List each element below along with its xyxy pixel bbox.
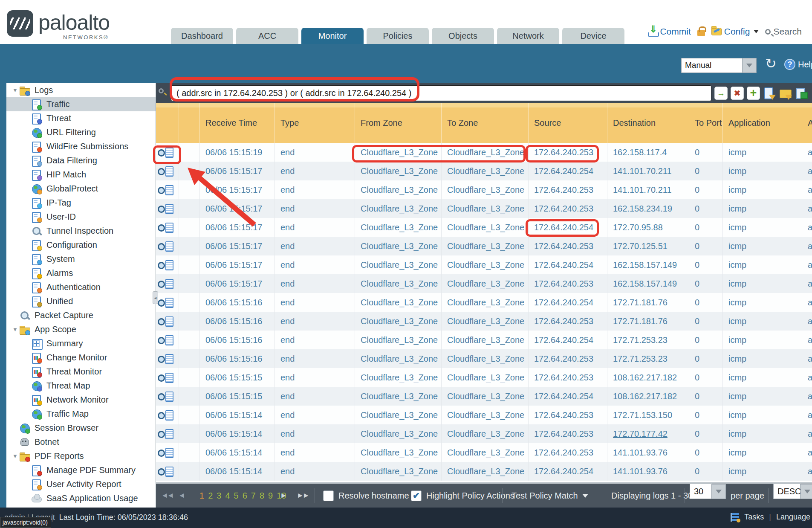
cell-from-zone[interactable]: Cloudflare_L3_Zone [355, 218, 442, 237]
cell-application[interactable]: icmp [723, 368, 802, 387]
cell-application[interactable]: icmp [723, 143, 802, 162]
page-9[interactable]: 9 [268, 491, 273, 501]
tab-policies[interactable]: Policies [367, 28, 429, 44]
cell-to-port[interactable]: 0 [689, 462, 723, 481]
sidebar-item-globalprotect[interactable]: GlobalProtect [6, 182, 156, 196]
cell-destination[interactable]: 141.101.93.76 [607, 443, 689, 462]
cell-from-zone[interactable]: Cloudflare_L3_Zone [355, 406, 442, 424]
cell-action[interactable]: allow [802, 406, 812, 424]
cell-from-zone[interactable]: Cloudflare_L3_Zone [355, 255, 442, 274]
sidebar-item-session-browser[interactable]: Session Browser [6, 421, 156, 435]
export-to-csv-icon[interactable] [795, 87, 809, 100]
cell-to-port[interactable]: 0 [689, 293, 723, 312]
column-header-to-port[interactable]: To Port [689, 103, 723, 143]
cell-type[interactable]: end [275, 218, 355, 237]
search-button[interactable]: Search [765, 26, 802, 37]
cell-to-port[interactable]: 0 [689, 387, 723, 406]
cell-to-zone[interactable]: Cloudflare_L3_Zone [442, 293, 529, 312]
log-filter-input[interactable] [171, 85, 711, 101]
cell-destination[interactable]: 172.70.125.51 [607, 237, 689, 255]
cell-receive-time[interactable]: 06/06 15:15:14 [200, 406, 275, 424]
cell-source[interactable]: 172.64.240.254 [529, 255, 607, 274]
cell-action[interactable]: allow [802, 180, 812, 199]
cell-from-zone[interactable]: Cloudflare_L3_Zone [355, 293, 442, 312]
cell-source[interactable]: 172.64.240.254 [529, 462, 607, 481]
cell-from-zone[interactable]: Cloudflare_L3_Zone [355, 180, 442, 199]
column-header-receive-time[interactable]: Receive Time [200, 103, 275, 143]
cell-type[interactable]: end [275, 368, 355, 387]
cell-application[interactable]: icmp [723, 331, 802, 349]
language-button[interactable]: Language [776, 513, 810, 522]
next-page-button[interactable]: ► [280, 491, 286, 500]
cell-receive-time[interactable]: 06/06 15:15:14 [200, 424, 275, 443]
sidebar-item-traffic-map[interactable]: Traffic Map [6, 407, 156, 421]
first-page-button[interactable]: ◄◄ [161, 491, 173, 500]
expand-collapse-icon[interactable]: ▼ [12, 453, 19, 459]
cell-action[interactable]: allow [802, 443, 812, 462]
cell-from-zone[interactable]: Cloudflare_L3_Zone [355, 462, 442, 481]
cell-destination[interactable]: 162.158.157.149 [607, 274, 689, 293]
cell-receive-time[interactable]: 06/06 15:15:17 [200, 199, 275, 218]
tab-device[interactable]: Device [562, 28, 624, 44]
cell-destination[interactable]: 172.71.153.150 [607, 406, 689, 424]
sidebar-item-packet-capture[interactable]: Packet Capture [6, 308, 156, 322]
cell-destination[interactable]: 172.70.177.42 [607, 424, 689, 443]
cell-source[interactable]: 172.64.240.253 [529, 199, 607, 218]
cell-application[interactable]: icmp [723, 180, 802, 199]
cell-to-zone[interactable]: Cloudflare_L3_Zone [442, 237, 529, 255]
cell-type[interactable]: end [275, 406, 355, 424]
sidebar-item-logs[interactable]: ▼Logs [6, 83, 156, 97]
cell-to-zone[interactable]: Cloudflare_L3_Zone [442, 368, 529, 387]
cell-destination[interactable]: 172.71.181.76 [607, 293, 689, 312]
column-header-select[interactable] [179, 103, 200, 143]
page-7[interactable]: 7 [251, 491, 256, 501]
cell-source[interactable]: 172.64.240.254 [529, 387, 607, 406]
cell-application[interactable]: icmp [723, 424, 802, 443]
cell-from-zone[interactable]: Cloudflare_L3_Zone [355, 237, 442, 255]
commit-button[interactable]: Commit [648, 26, 691, 37]
cell-type[interactable]: end [275, 237, 355, 255]
cell-to-zone[interactable]: Cloudflare_L3_Zone [442, 406, 529, 424]
tab-network[interactable]: Network [497, 28, 559, 44]
cell-receive-time[interactable]: 06/06 15:15:16 [200, 312, 275, 331]
cell-type[interactable]: end [275, 443, 355, 462]
cell-to-port[interactable]: 0 [689, 368, 723, 387]
cell-action[interactable]: allow [802, 255, 812, 274]
per-page-select[interactable]: 30 [690, 484, 726, 499]
column-header-destination[interactable]: Destination [607, 103, 689, 143]
cell-to-port[interactable]: 0 [689, 218, 723, 237]
sidebar-collapse-handle[interactable]: ◂ [153, 291, 158, 304]
tasks-button[interactable]: Tasks [744, 513, 764, 522]
cell-action[interactable]: allow [802, 218, 812, 237]
cell-type[interactable]: end [275, 180, 355, 199]
load-filter-icon[interactable] [779, 87, 792, 100]
cell-action[interactable]: allow [802, 387, 812, 406]
cell-from-zone[interactable]: Cloudflare_L3_Zone [355, 349, 442, 368]
cell-action[interactable]: allow [802, 274, 812, 293]
cell-type[interactable]: end [275, 274, 355, 293]
cell-application[interactable]: icmp [723, 312, 802, 331]
cell-to-port[interactable]: 0 [689, 424, 723, 443]
column-header-type[interactable]: Type [275, 103, 355, 143]
cell-to-zone[interactable]: Cloudflare_L3_Zone [442, 255, 529, 274]
tab-dashboard[interactable]: Dashboard [171, 28, 233, 44]
refresh-mode-dropdown-button[interactable] [743, 58, 757, 73]
cell-source[interactable]: 172.64.240.253 [529, 143, 607, 162]
cell-from-zone[interactable]: Cloudflare_L3_Zone [355, 443, 442, 462]
sidebar-item-configuration[interactable]: Configuration [6, 238, 156, 252]
page-5[interactable]: 5 [234, 491, 239, 501]
sidebar-item-summary[interactable]: Summary [6, 337, 156, 351]
cell-action[interactable]: allow [802, 162, 812, 180]
cell-destination[interactable]: 108.162.217.182 [607, 368, 689, 387]
cell-to-zone[interactable]: Cloudflare_L3_Zone [442, 162, 529, 180]
cell-source[interactable]: 172.64.240.253 [529, 274, 607, 293]
sidebar-item-traffic[interactable]: Traffic [6, 97, 156, 111]
sidebar-item-threat[interactable]: Threat [6, 111, 156, 125]
cell-receive-time[interactable]: 06/06 15:15:17 [200, 218, 275, 237]
cell-type[interactable]: end [275, 312, 355, 331]
cell-to-zone[interactable]: Cloudflare_L3_Zone [442, 331, 529, 349]
cell-to-port[interactable]: 0 [689, 331, 723, 349]
cell-action[interactable]: allow [802, 368, 812, 387]
cell-action[interactable]: allow [802, 312, 812, 331]
sidebar-item-change-monitor[interactable]: Change Monitor [6, 351, 156, 365]
